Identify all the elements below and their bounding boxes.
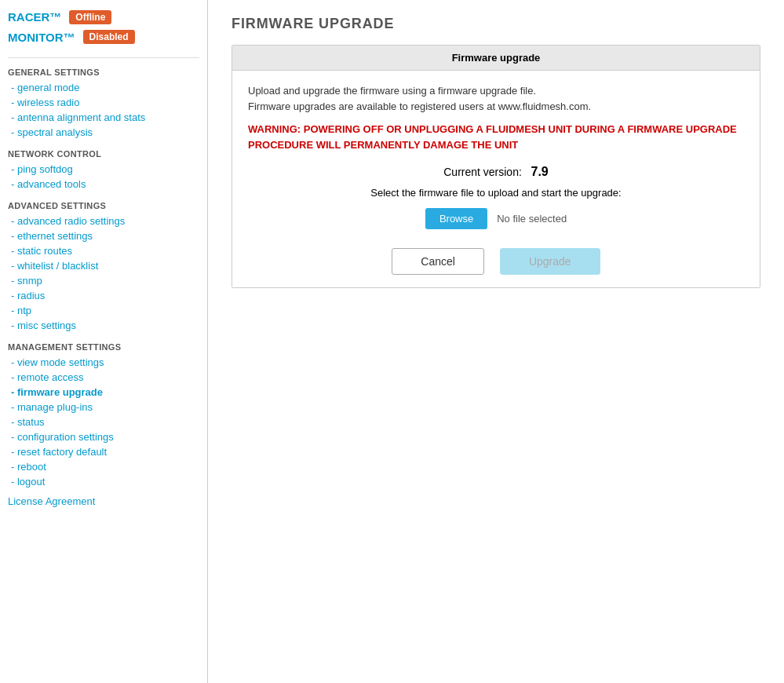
nav-reset-factory-default[interactable]: - reset factory default bbox=[8, 444, 199, 459]
nav-reboot[interactable]: - reboot bbox=[8, 459, 199, 474]
version-number: 7.9 bbox=[531, 165, 549, 178]
nav-spectral-analysis[interactable]: - spectral analysis bbox=[8, 125, 199, 140]
version-row: Current version: 7.9 bbox=[248, 165, 744, 179]
browse-button[interactable]: Browse bbox=[425, 208, 487, 229]
nav-wireless-radio[interactable]: - wireless radio bbox=[8, 95, 199, 110]
nav-logout[interactable]: - logout bbox=[8, 474, 199, 489]
page-title: FIRMWARE UPGRADE bbox=[232, 16, 760, 32]
nav-antenna-alignment[interactable]: - antenna alignment and stats bbox=[8, 110, 199, 125]
advanced-settings-heading: ADVANCED SETTINGS bbox=[8, 201, 199, 210]
nav-status[interactable]: - status bbox=[8, 415, 199, 429]
brand-title-racer: RACER™ bbox=[8, 9, 61, 25]
firmware-card-header: Firmware upgrade bbox=[232, 46, 760, 71]
info-text-line1: Upload and upgrade the firmware using a … bbox=[248, 83, 744, 114]
management-settings-heading: MANAGEMENT SETTINGS bbox=[8, 342, 199, 352]
nav-radius[interactable]: - radius bbox=[8, 288, 199, 303]
sidebar: RACER™ Offline MONITOR™ Disabled GENERAL… bbox=[0, 0, 208, 683]
nav-static-routes[interactable]: - static routes bbox=[8, 243, 199, 258]
nav-configuration-settings[interactable]: - configuration settings bbox=[8, 429, 199, 444]
nav-remote-access[interactable]: - remote access bbox=[8, 370, 199, 385]
nav-firmware-upgrade[interactable]: - firmware upgrade bbox=[8, 385, 199, 400]
nav-snmp[interactable]: - snmp bbox=[8, 273, 199, 288]
general-settings-heading: GENERAL SETTINGS bbox=[8, 68, 199, 77]
cancel-button[interactable]: Cancel bbox=[392, 248, 484, 275]
version-label: Current version: bbox=[443, 166, 522, 178]
brand-row-monitor: MONITOR™ Disabled bbox=[8, 30, 199, 46]
nav-license-agreement[interactable]: License Agreement bbox=[8, 495, 199, 507]
nav-advanced-radio-settings[interactable]: - advanced radio settings bbox=[8, 214, 199, 228]
nav-ntp[interactable]: - ntp bbox=[8, 303, 199, 318]
nav-manage-plugins[interactable]: - manage plug-ins bbox=[8, 400, 199, 415]
no-file-label: No file selected bbox=[497, 213, 567, 225]
nav-ethernet-settings[interactable]: - ethernet settings bbox=[8, 228, 199, 243]
nav-view-mode-settings[interactable]: - view mode settings bbox=[8, 355, 199, 370]
file-row: Browse No file selected bbox=[248, 208, 744, 229]
brand-row-racer: RACER™ Offline bbox=[8, 9, 199, 25]
nav-advanced-tools[interactable]: - advanced tools bbox=[8, 177, 199, 192]
warning-text: WARNING: POWERING OFF OR UNPLUGGING A FL… bbox=[248, 122, 744, 152]
network-control-heading: NETWORK CONTROL bbox=[8, 149, 199, 159]
nav-ping-softdog[interactable]: - ping softdog bbox=[8, 162, 199, 177]
status-badge-offline: Offline bbox=[69, 10, 111, 24]
select-file-text: Select the firmware file to upload and s… bbox=[248, 187, 744, 199]
firmware-card-body: Upload and upgrade the firmware using a … bbox=[232, 71, 760, 287]
action-row: Cancel Upgrade bbox=[248, 248, 744, 275]
status-badge-disabled: Disabled bbox=[83, 30, 135, 44]
nav-general-mode[interactable]: - general mode bbox=[8, 80, 199, 95]
nav-misc-settings[interactable]: - misc settings bbox=[8, 318, 199, 333]
firmware-card: Firmware upgrade Upload and upgrade the … bbox=[232, 45, 760, 288]
main-content: FIRMWARE UPGRADE Firmware upgrade Upload… bbox=[208, 0, 784, 683]
nav-whitelist-blacklist[interactable]: - whitelist / blacklist bbox=[8, 258, 199, 273]
brand-block: RACER™ Offline MONITOR™ Disabled bbox=[8, 9, 199, 58]
upgrade-button[interactable]: Upgrade bbox=[500, 248, 600, 275]
brand-title-monitor: MONITOR™ bbox=[8, 30, 75, 46]
